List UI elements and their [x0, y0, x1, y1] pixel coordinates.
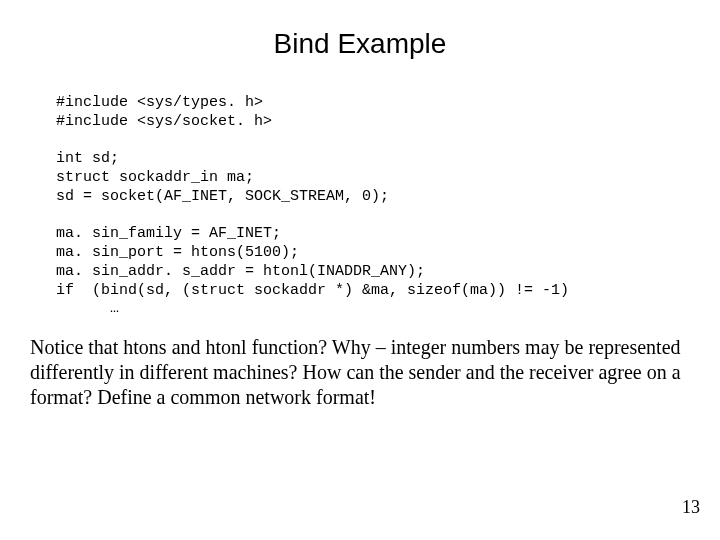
slide: Bind Example #include <sys/types. h> #in…	[0, 0, 720, 540]
explanation-paragraph: Notice that htons and htonl function? Wh…	[30, 335, 684, 410]
code-block: #include <sys/types. h> #include <sys/so…	[56, 94, 720, 319]
page-number: 13	[682, 497, 700, 518]
slide-title: Bind Example	[0, 0, 720, 60]
